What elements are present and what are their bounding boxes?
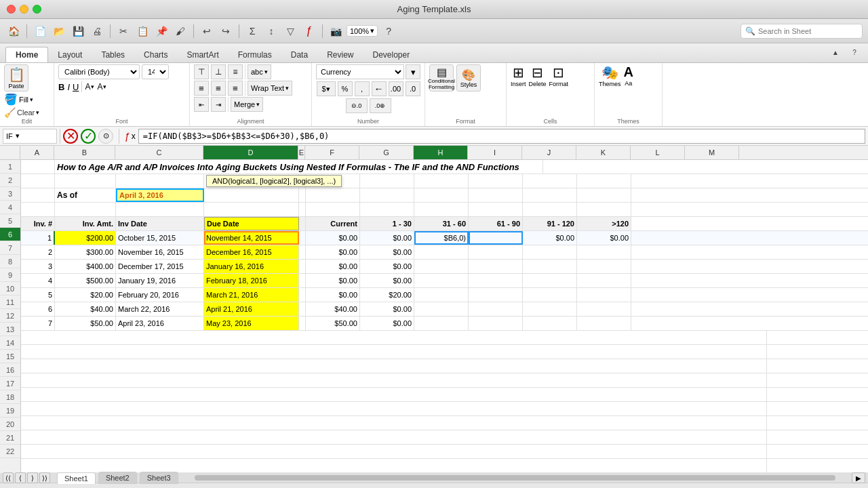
horizontal-scrollbar[interactable]: ⟨⟨ ⟨ ⟩ ⟩⟩ Sheet1 Sheet2 Sheet3 ▶	[0, 473, 868, 483]
copy-icon[interactable]: 📋	[134, 23, 151, 39]
cell-g11[interactable]: $0.00	[360, 302, 414, 316]
cell-d10[interactable]: March 21, 2016	[204, 288, 299, 302]
format-painter-icon[interactable]: 🖌	[172, 23, 189, 39]
row-num-16[interactable]: 16	[0, 363, 20, 377]
row-num-6[interactable]: 6	[0, 228, 20, 241]
cell-g10[interactable]: $20.00	[360, 288, 414, 302]
save-icon[interactable]: 💾	[70, 23, 86, 39]
cell-d8[interactable]: January 16, 2016	[204, 260, 299, 273]
new-icon[interactable]: 📄	[32, 23, 48, 39]
paste-area[interactable]: 📋 Paste	[4, 64, 39, 92]
row-num-18[interactable]: 18	[0, 390, 20, 404]
cell-k3[interactable]	[577, 188, 631, 202]
row-num-17[interactable]: 17	[0, 377, 20, 390]
row-num-2[interactable]: 2	[0, 174, 20, 187]
col-header-f[interactable]: F	[305, 146, 359, 159]
cell-h2[interactable]	[414, 174, 469, 188]
merge-btn[interactable]: Merge ▾	[231, 97, 263, 112]
font-size-select[interactable]: 14	[142, 64, 169, 79]
tab-formulas[interactable]: Formulas	[229, 47, 281, 62]
tab-data[interactable]: Data	[281, 47, 317, 62]
function-insert-btn[interactable]: ƒx	[125, 131, 136, 142]
cell-k12[interactable]	[577, 317, 631, 330]
comma-btn[interactable]: ,	[355, 81, 370, 96]
cell-e5[interactable]	[299, 217, 306, 230]
cell-d5[interactable]: Due Date	[204, 217, 299, 230]
cell-g2[interactable]	[360, 174, 414, 188]
view-icon-1[interactable]: ⊞	[5, 485, 14, 489]
align-top-btn[interactable]: ⊤	[194, 64, 209, 79]
cell-b3[interactable]: As of	[55, 188, 116, 202]
cell-c6[interactable]: October 15, 2015	[116, 231, 204, 245]
cell-c9[interactable]: January 19, 2016	[116, 274, 204, 287]
cell-k7[interactable]	[577, 245, 631, 259]
cell-e11[interactable]	[299, 302, 306, 316]
cell-f12[interactable]: $50.00	[306, 317, 360, 330]
text-direction-btn[interactable]: abc ▾	[248, 64, 271, 79]
col-header-j[interactable]: J	[522, 146, 576, 159]
cell-g6[interactable]: $0.00	[360, 231, 414, 245]
home-icon[interactable]: 🏠	[5, 23, 22, 39]
sheet-prev-btn[interactable]: ⟨	[15, 472, 26, 483]
cell-b8[interactable]: $400.00	[55, 260, 116, 273]
inc-btn[interactable]: .0⊕	[370, 98, 391, 113]
align-middle-btn[interactable]: ⊥	[211, 64, 226, 79]
cell-e9[interactable]	[299, 274, 306, 287]
cell-j12[interactable]	[523, 317, 577, 330]
cell-b2[interactable]	[55, 174, 116, 188]
dec-btn[interactable]: ⊖.0	[346, 98, 368, 113]
cell-empty-18[interactable]	[21, 402, 767, 415]
format-btn[interactable]: ⊡ Format	[549, 64, 569, 87]
cell-a7[interactable]: 2	[21, 245, 55, 259]
cell-h7[interactable]	[414, 245, 469, 259]
sheet-next-btn[interactable]: ⟩	[27, 472, 38, 483]
cell-d4[interactable]	[204, 203, 299, 216]
cell-e8[interactable]	[299, 260, 306, 273]
row-num-10[interactable]: 10	[0, 282, 20, 296]
cell-j3[interactable]	[523, 188, 577, 202]
col-header-a[interactable]: A	[20, 146, 54, 159]
cell-b11[interactable]: $40.00	[55, 302, 116, 316]
cell-reference-box[interactable]: IF ▾	[3, 129, 57, 144]
cell-c11[interactable]: March 22, 2016	[116, 302, 204, 316]
cell-h3[interactable]	[414, 188, 469, 202]
cell-c10[interactable]: February 20, 2016	[116, 288, 204, 302]
cell-g3[interactable]	[360, 188, 414, 202]
cancel-formula-btn[interactable]: ✕	[63, 129, 78, 144]
cell-f3[interactable]	[306, 188, 360, 202]
cell-d3[interactable]	[204, 188, 299, 202]
cell-i9[interactable]	[469, 274, 523, 287]
row-num-14[interactable]: 14	[0, 336, 20, 350]
cell-empty-13[interactable]	[21, 331, 767, 344]
cut-icon[interactable]: ✂	[115, 23, 132, 39]
cell-b4[interactable]	[55, 203, 116, 216]
help-icon[interactable]: ?	[380, 23, 397, 39]
cell-d6[interactable]: November 14, 2015	[204, 231, 299, 245]
cell-a12[interactable]: 7	[21, 317, 55, 330]
cell-i12[interactable]	[469, 317, 523, 330]
tab-tables[interactable]: Tables	[92, 47, 134, 62]
cell-f7[interactable]: $0.00	[306, 245, 360, 259]
view-icon-2[interactable]: ⊟	[16, 485, 24, 489]
indent-dec-btn[interactable]: ⇤	[194, 97, 209, 112]
tab-review[interactable]: Review	[317, 47, 363, 62]
sheet-first-btn[interactable]: ⟨⟨	[3, 472, 14, 483]
row-num-1[interactable]: 1	[0, 160, 20, 174]
fill-dropdown[interactable]: ▾	[30, 96, 33, 103]
cell-i10[interactable]	[469, 288, 523, 302]
highlight-btn[interactable]: A▾	[85, 82, 94, 92]
indent-inc-btn[interactable]: ⇥	[211, 97, 226, 112]
italic-button[interactable]: I	[67, 82, 70, 92]
cell-h5[interactable]: 31 - 60	[414, 217, 469, 230]
cell-g12[interactable]: $0.00	[360, 317, 414, 330]
cell-k11[interactable]	[577, 302, 631, 316]
sheet-tab-2[interactable]: Sheet2	[98, 472, 137, 484]
cell-b6[interactable]: $200.00	[55, 231, 116, 245]
cell-ref-dropdown[interactable]: ▾	[16, 131, 20, 140]
cell-f6[interactable]: $0.00	[306, 231, 360, 245]
tab-charts[interactable]: Charts	[134, 47, 177, 62]
cell-h4[interactable]	[414, 203, 469, 216]
cell-b1-merged[interactable]: How to Age A/R and A/P Invoices Into Agi…	[55, 160, 543, 174]
cell-i7[interactable]	[469, 245, 523, 259]
cell-empty-15[interactable]	[21, 359, 767, 373]
